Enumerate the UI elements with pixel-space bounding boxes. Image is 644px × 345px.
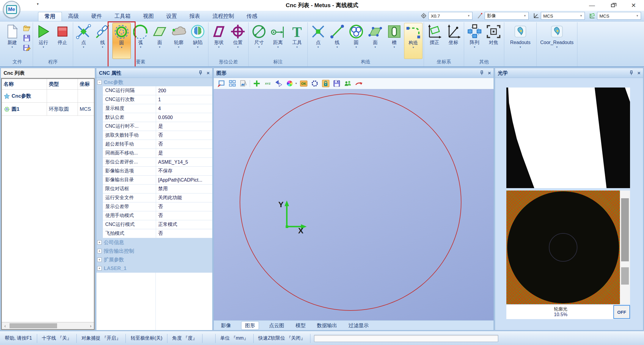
ribbon-button-阵列[interactable]: 阵列▼ — [465, 23, 484, 59]
chevron-down-icon[interactable]: ▼ — [524, 14, 526, 17]
view-tab-2[interactable]: 点云图 — [268, 321, 285, 330]
ribbon-button-点[interactable]: 点▼ — [74, 23, 93, 59]
gfx-toolbar-users-icon[interactable] — [343, 79, 352, 88]
ribbon-button-圆[interactable]: 圆▼ — [347, 23, 365, 59]
combo-field-3[interactable]: MCS▼ — [597, 12, 641, 20]
gfx-toolbar-flip-arrows-icon[interactable] — [274, 79, 283, 88]
close-panel-icon[interactable]: × — [637, 71, 640, 76]
property-value[interactable]: 是 — [156, 122, 212, 131]
column-header-1[interactable]: 类型 — [47, 79, 78, 89]
scroll-left-icon[interactable]: ‹ — [2, 324, 8, 328]
app-logo[interactable]: Me — [3, 1, 20, 18]
pin-icon[interactable] — [629, 71, 633, 75]
ribbon-button-点[interactable]: 点▼ — [309, 23, 327, 59]
ribbon-small-button-save-icon[interactable] — [22, 34, 32, 43]
ribbon-button-圆[interactable]: 圆▼ — [112, 23, 131, 59]
ribbon-button-面[interactable]: 面▼ — [366, 23, 384, 59]
props-collapsed-section-2[interactable]: +扩展参数 — [96, 255, 212, 264]
status-segment-6[interactable]: 快速Z软限位 『关闭』 — [254, 334, 310, 343]
gfx-toolbar-gear-ring-icon[interactable] — [310, 79, 319, 88]
ribbon-button-新建[interactable]: 新建▼ — [3, 23, 21, 59]
camera-image[interactable] — [506, 191, 620, 304]
property-value[interactable]: 0.0500 — [156, 113, 212, 122]
property-value[interactable]: 禁用 — [156, 185, 212, 193]
property-value[interactable]: 200 — [156, 86, 212, 95]
horizontal-scrollbar[interactable]: ‹ › — [2, 322, 94, 329]
ribbon-button-形状[interactable]: 形状▼ — [210, 23, 228, 59]
scroll-right-icon[interactable]: › — [87, 324, 94, 328]
graphics-canvas[interactable]: Y X — [214, 89, 494, 320]
ribbon-button-构造[interactable]: 构造▼ — [404, 23, 422, 59]
table-row[interactable]: Cnc参数 — [2, 90, 94, 103]
scrollbar-thumb[interactable] — [621, 198, 629, 261]
chevron-down-icon[interactable]: ▼ — [467, 14, 470, 17]
ribbon-button-缺陷[interactable]: 缺陷▼ — [189, 23, 207, 59]
gfx-toolbar-zoom-fit-icon[interactable] — [228, 79, 237, 88]
minimize-button[interactable]: — — [588, 2, 596, 8]
column-header-0[interactable]: 名称 — [2, 79, 47, 89]
props-collapsed-section-1[interactable]: +报告输出控制 — [96, 247, 212, 255]
expand-icon[interactable]: + — [97, 240, 102, 245]
ribbon-button-距离[interactable]: 距离▼ — [269, 23, 287, 59]
pin-icon[interactable] — [199, 71, 202, 75]
expand-icon[interactable]: + — [97, 257, 102, 262]
status-segment-3[interactable]: 转至极坐标(关) — [126, 334, 167, 343]
combo-field-2[interactable]: MCS▼ — [541, 12, 585, 20]
property-value[interactable]: 正常模式 — [156, 220, 212, 229]
gfx-toolbar-zoom-window-icon[interactable] — [217, 79, 226, 88]
status-segment-2[interactable]: 对象捕捉 『开启』 — [77, 334, 126, 343]
property-value[interactable]: 否 — [156, 131, 212, 140]
chevron-down-icon[interactable]: ▼ — [295, 82, 297, 85]
gfx-toolbar-ok-badge-icon[interactable]: OK — [299, 79, 308, 88]
chevron-down-icon[interactable]: ▼ — [636, 14, 639, 17]
ribbon-button-工具[interactable]: T工具▼ — [288, 23, 306, 59]
close-button[interactable]: ✕ — [630, 2, 637, 8]
gfx-toolbar-color-wheel-icon[interactable] — [285, 79, 294, 88]
edge-detection-image[interactable] — [506, 88, 630, 188]
ribbon-tab-2[interactable]: 硬件 — [85, 12, 108, 21]
gfx-toolbar-add-cross-icon[interactable] — [252, 79, 261, 88]
ribbon-button-槽[interactable]: 槽▼ — [385, 23, 403, 59]
ribbon-tab-5[interactable]: 设置 — [160, 12, 183, 21]
status-segment-4[interactable]: 角度 『度』 — [167, 334, 202, 343]
ribbon-button-位置[interactable]: 位置▼ — [229, 23, 247, 59]
ribbon-tab-3[interactable]: 工具箱 — [108, 12, 137, 21]
combo-field-0[interactable]: X0.7▼ — [428, 12, 472, 20]
gfx-toolbar-save-small-icon[interactable] — [332, 79, 341, 88]
ribbon-tab-1[interactable]: 高级 — [62, 12, 85, 21]
close-panel-icon[interactable]: × — [488, 71, 491, 76]
property-value[interactable]: 4 — [156, 104, 212, 113]
status-segment-5[interactable]: 单位 『mm』 — [216, 334, 254, 343]
ribbon-button-轮廓[interactable]: 轮廓▼ — [169, 23, 188, 59]
gfx-toolbar-xyz-icon[interactable]: XYZ — [263, 79, 272, 88]
property-value[interactable]: 不保存 — [156, 167, 212, 176]
props-section-header[interactable]: −Cnc参数 — [96, 78, 212, 86]
ribbon-button-停止[interactable]: 停止 — [53, 23, 72, 59]
ribbon-tab-0[interactable]: 常用 — [38, 12, 62, 21]
table-row[interactable]: 圆1环形取圆MCS — [2, 103, 94, 116]
view-tab-4[interactable]: 数据输出 — [316, 321, 338, 330]
ribbon-button-线[interactable]: 线▼ — [328, 23, 346, 59]
ribbon-button-Readouts[interactable]: Readouts▼ — [505, 23, 535, 59]
ribbon-tab-4[interactable]: 视图 — [137, 12, 160, 21]
ribbon-button-线[interactable]: 线▼ — [93, 23, 112, 59]
status-segment-1[interactable]: 十字线 『关』 — [37, 334, 77, 343]
property-value[interactable]: 关闭此功能 — [156, 193, 212, 202]
gfx-toolbar-snapshot-chart-icon[interactable] — [239, 79, 248, 88]
ribbon-button-坐标[interactable]: 坐标 — [444, 23, 463, 59]
props-collapsed-section-0[interactable]: +公司信息 — [96, 238, 212, 247]
scrollbar-thumb[interactable] — [621, 267, 629, 285]
ribbon-button-运行[interactable]: 运行▼ — [34, 23, 53, 59]
property-value[interactable]: 否 — [156, 229, 212, 238]
ribbon-button-弧[interactable]: 弧▼ — [131, 23, 150, 59]
ribbon-tab-8[interactable]: 传感 — [240, 12, 263, 21]
column-header-2[interactable]: 坐标 — [78, 79, 94, 89]
gfx-toolbar-lock-icon[interactable] — [321, 79, 330, 88]
view-tab-5[interactable]: 过滤显示 — [347, 321, 370, 330]
gfx-toolbar-redo-icon[interactable] — [354, 79, 363, 88]
ribbon-button-尺寸[interactable]: 尺寸▼ — [250, 23, 268, 59]
ribbon-small-button-save-as-icon[interactable] — [22, 43, 32, 52]
ribbon-tab-6[interactable]: 报表 — [183, 12, 206, 21]
combo-field-1[interactable]: 影像▼ — [485, 12, 529, 20]
props-collapsed-section-3[interactable]: +LASER_1 — [96, 264, 212, 273]
